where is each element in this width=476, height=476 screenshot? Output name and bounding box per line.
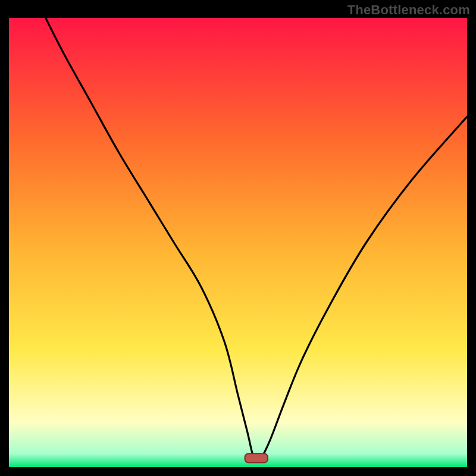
- plot-area: [9, 18, 467, 467]
- chart-svg: [9, 18, 467, 467]
- chart-frame: TheBottleneck.com: [0, 0, 476, 476]
- watermark-text: TheBottleneck.com: [347, 2, 470, 18]
- minimum-marker: [245, 453, 268, 462]
- gradient-background: [9, 18, 467, 467]
